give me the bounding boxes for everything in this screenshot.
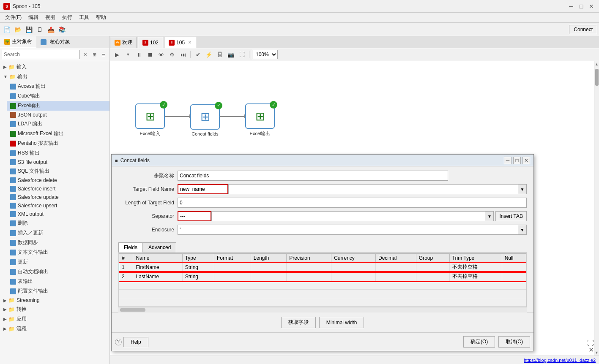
- menu-help[interactable]: 帮助: [93, 13, 109, 22]
- debug-button[interactable]: ⚙: [167, 50, 177, 59]
- sql-button[interactable]: 🗄: [215, 50, 224, 59]
- node-box-excel-input[interactable]: ✓ ⊞: [135, 103, 165, 129]
- tree-item-flow[interactable]: ▶ 📁 流程: [0, 324, 109, 334]
- tab-close-button[interactable]: ✕: [188, 40, 191, 45]
- fullscreen-button[interactable]: ⛶: [237, 50, 246, 59]
- play-dropdown[interactable]: ▼: [123, 50, 133, 59]
- node-box-excel-output[interactable]: ✓ ⊞: [245, 103, 275, 129]
- close-canvas-icon[interactable]: ✕: [588, 346, 594, 354]
- export-button[interactable]: 📤: [46, 24, 56, 35]
- scrollbar-thumb[interactable]: [120, 308, 145, 312]
- tree-item-xml-output[interactable]: XML output: [7, 210, 109, 218]
- tree-item-delete[interactable]: 删除: [7, 218, 109, 228]
- tree-item-sf-delete[interactable]: Salesforce delete: [7, 176, 109, 185]
- step-name-input[interactable]: [178, 171, 448, 181]
- node-excel-output[interactable]: ✓ ⊞ Excel输出: [245, 103, 275, 137]
- export-img-button[interactable]: 📷: [226, 50, 235, 59]
- get-fields-button[interactable]: 获取字段: [281, 317, 316, 328]
- tab-fields[interactable]: Fields: [118, 242, 143, 253]
- menu-tools[interactable]: 工具: [76, 13, 93, 22]
- tree-item-autodoc-output[interactable]: 自动文档输出: [7, 267, 109, 277]
- enclosure-input[interactable]: [178, 225, 518, 235]
- tab-102[interactable]: S 102: [138, 37, 163, 48]
- tree-item-cube-output[interactable]: Cube输出: [7, 91, 109, 101]
- tree-item-output[interactable]: ▼ 📁 输出: [0, 72, 109, 81]
- layers-button[interactable]: 📚: [57, 24, 67, 35]
- scroll-thumb[interactable]: [595, 69, 599, 86]
- tree-item-transform[interactable]: ▶ 📁 转换: [0, 304, 109, 314]
- check-button[interactable]: ✔: [193, 50, 202, 59]
- menu-run[interactable]: 执行: [59, 13, 76, 22]
- enclosure-dropdown[interactable]: ▼: [518, 225, 527, 235]
- tree-item-app[interactable]: ▶ 📁 应用: [0, 314, 109, 324]
- dialog-maximize-button[interactable]: □: [513, 157, 521, 164]
- tree-item-table-output[interactable]: 表输出: [7, 277, 109, 286]
- target-field-dropdown[interactable]: ▼: [518, 184, 527, 194]
- menu-file[interactable]: 文件(F): [2, 13, 25, 22]
- search-expand-button[interactable]: ⊞: [90, 50, 98, 59]
- node-concat[interactable]: ✓ ⊞ Concat fields: [190, 104, 220, 136]
- maximize-button[interactable]: □: [577, 2, 585, 11]
- zoom-select[interactable]: 100% 75% 50% 150% 200%: [252, 50, 278, 59]
- confirm-button[interactable]: 确定(O): [463, 336, 495, 348]
- tree-item-streaming[interactable]: ▶ 📁 Streaming: [0, 296, 109, 304]
- tree-item-sf-update[interactable]: Salesforce update: [7, 193, 109, 201]
- target-field-extra-input[interactable]: [228, 184, 518, 194]
- node-box-concat[interactable]: ✓ ⊞: [190, 104, 220, 130]
- menu-edit[interactable]: 编辑: [25, 13, 42, 22]
- search-clear-button[interactable]: ✕: [81, 50, 89, 59]
- save-as-button[interactable]: 🗒: [35, 24, 45, 35]
- separator-extra-input[interactable]: [211, 211, 485, 221]
- tree-item-excel-output[interactable]: Excel输出: [7, 101, 109, 111]
- target-field-input[interactable]: [178, 184, 228, 194]
- tree-item-json-output[interactable]: JSON output: [7, 111, 109, 119]
- table-row[interactable]: 2 LastName String 不去掉空格: [119, 272, 526, 281]
- dialog-minimize-button[interactable]: ─: [504, 157, 511, 164]
- tree-item-msexcel-output[interactable]: Microsoft Excel 输出: [7, 129, 109, 139]
- close-button[interactable]: ✕: [587, 2, 596, 11]
- tree-item-sf-insert[interactable]: Salesforce insert: [7, 185, 109, 193]
- tab-welcome[interactable]: W 欢迎: [110, 37, 137, 48]
- tab-105[interactable]: S 105 ✕: [164, 37, 196, 48]
- cancel-button[interactable]: 取消(C): [498, 336, 530, 348]
- table-scrollbar[interactable]: [118, 307, 527, 312]
- dialog-close-button[interactable]: ✕: [522, 157, 530, 164]
- tree-item-rss-output[interactable]: RSS 输出: [7, 148, 109, 158]
- minimize-button[interactable]: ─: [567, 2, 575, 11]
- tree-item-datasync[interactable]: 数据同步: [7, 238, 109, 247]
- play-button[interactable]: ▶: [112, 50, 122, 59]
- tree-item-sql-output[interactable]: SQL 文件输出: [7, 166, 109, 176]
- tree-item-insert-update[interactable]: 插入／更新: [7, 228, 109, 238]
- tree-item-ldap-output[interactable]: LDAP 编出: [7, 119, 109, 129]
- open-button[interactable]: 📂: [13, 24, 23, 35]
- impact-button[interactable]: ⚡: [204, 50, 213, 59]
- new-button[interactable]: 📄: [2, 24, 12, 35]
- separator-dropdown[interactable]: ▼: [485, 211, 494, 221]
- pause-button[interactable]: ⏸: [134, 50, 144, 59]
- separator-input[interactable]: [178, 211, 211, 221]
- tree-item-sf-upsert[interactable]: Salesforce upsert: [7, 201, 109, 210]
- tab-core-objects[interactable]: 核心对象: [36, 36, 74, 48]
- menu-view[interactable]: 视图: [42, 13, 59, 22]
- length-input[interactable]: [178, 198, 527, 208]
- connect-button[interactable]: Connect: [569, 25, 597, 34]
- scroll-down-button[interactable]: ▼: [594, 350, 599, 356]
- search-input[interactable]: [2, 50, 80, 59]
- status-url[interactable]: https://blog.csdn.net/u011_dazzle2: [524, 358, 596, 363]
- tree-item-s3-output[interactable]: S3 file output: [7, 158, 109, 166]
- tab-advanced[interactable]: Advanced: [143, 242, 176, 253]
- search-options-button[interactable]: ☰: [99, 50, 108, 59]
- preview-button[interactable]: 👁: [156, 50, 166, 59]
- minimal-width-button[interactable]: Minimal width: [319, 317, 364, 328]
- tree-item-text-output[interactable]: 文本文件输出: [7, 247, 109, 257]
- table-row[interactable]: 1 FirstName String 不去掉空格: [119, 263, 526, 272]
- step-button[interactable]: ⏭: [178, 50, 188, 59]
- help-button[interactable]: Help: [123, 337, 148, 347]
- save-button[interactable]: 💾: [24, 24, 34, 35]
- tree-item-pentaho-output[interactable]: Pentaho 报表输出: [7, 139, 109, 148]
- tab-main-objects[interactable]: 🌳 主对象树: [0, 36, 36, 48]
- tree-item-update[interactable]: 更新: [7, 257, 109, 267]
- tree-item-input[interactable]: ▶ 📁 输入: [0, 62, 109, 72]
- stop-button[interactable]: ⏹: [145, 50, 155, 59]
- tree-item-config-output[interactable]: 配置文件输出: [7, 286, 109, 296]
